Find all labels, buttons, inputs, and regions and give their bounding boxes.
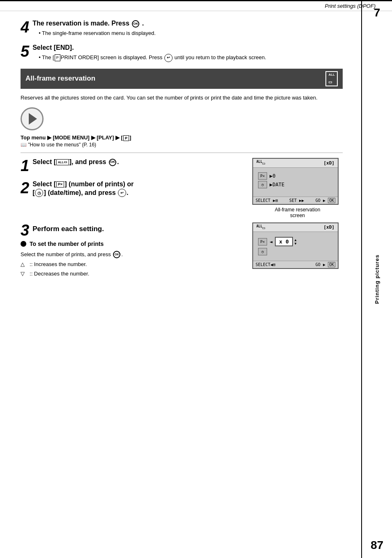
screen2-body: P× ◄ x 0 ▲ ▼ ◷ (253, 232, 338, 261)
screen2-bottom-bar: SELECT◀⊞ GO ▶ OK (253, 261, 338, 268)
step3-desc: Select the number of prints, and press O… (21, 250, 246, 278)
step3-header: 3 Perform each setting. (21, 222, 246, 238)
step3-up-line: △ : : Increases the number. (21, 260, 246, 269)
step4-number: 4 (21, 19, 29, 35)
step4-title: The reservation is made. Press OK . (32, 19, 343, 28)
ok-icon-step3: OK (113, 251, 120, 258)
menu-item2: [PLAY] (97, 134, 114, 141)
screen1-bottom-left: SELECT ▶⊞ (256, 198, 278, 203)
step2-block: 2 Select [P×] (number of prints) or [◷] … (21, 180, 246, 199)
step1-content: Select [ALL▭], and press OK. (32, 158, 246, 168)
screen1-top-bar: ALL▭ [xD] (253, 159, 338, 168)
see-also-text: "How to use the menus" (P. 16) (28, 142, 96, 148)
screen2-selected-val: x 0 (275, 237, 293, 246)
screen1-top-left: ALL▭ (256, 160, 265, 166)
screen1-row1-val: ▶0 (270, 173, 275, 179)
page-number: 87 (371, 535, 383, 558)
arrow3: ▶ (115, 134, 121, 141)
screen1-row1: P× ▶0 (258, 172, 333, 180)
clock-icon-step2: ◷ (35, 189, 43, 197)
screen2-top-left: ALL▭ (256, 225, 265, 231)
screen2-container: ALL▭ [xD] P× ◄ x 0 ▲ ▼ (252, 222, 343, 279)
section-header: All-frame reservation ALL ▭ (21, 69, 343, 89)
step2-content: Select [P×] (number of prints) or [◷] (d… (32, 180, 246, 199)
bullet-circle-icon (21, 241, 26, 247)
arrow2: ▶ (91, 134, 97, 141)
step3-subsection-title: To set the number of prints (21, 241, 246, 247)
screen1-mockup: ALL▭ [xD] P× ▶0 ◷ ▶DATE (252, 158, 339, 205)
print-order-icon: P (55, 54, 60, 61)
screen1-row2: ◷ ▶DATE (258, 181, 333, 188)
print-x-icon: P× (56, 181, 64, 188)
screen2-mockup: ALL▭ [xD] P× ◄ x 0 ▲ ▼ (252, 222, 339, 269)
screen2-row1-icon: P× (258, 238, 267, 245)
screen2-top-bar: ALL▭ [xD] (253, 223, 338, 232)
screen1-top-right: [xD] (324, 160, 335, 166)
screen2-row1: P× ◄ x 0 ▲ ▼ (258, 237, 333, 246)
screen2-row2-icon: ◷ (258, 248, 267, 255)
step3-up-label: △ (21, 260, 30, 269)
screen1-row2-icon: ◷ (258, 181, 267, 188)
step1-number: 1 (21, 158, 29, 174)
screen2-bottom-right: GO ▶ OK (316, 262, 335, 267)
screen1-bottom-right: GO ▶ OK (316, 198, 335, 203)
step3-title: Perform each setting. (32, 222, 104, 233)
main-content: 4 The reservation is made. Press OK . • … (0, 11, 359, 287)
step5-content: Select [END]. • The [PPRINT ORDER] scree… (32, 44, 343, 62)
arrow1: ▶ (47, 134, 53, 141)
back-icon-step2: ↩ (118, 189, 126, 197)
right-sidebar: 7 Printing pictures 87 (361, 0, 392, 558)
screen2-row1-arrow: ◄ (270, 239, 272, 245)
step5-number: 5 (21, 44, 29, 59)
screen2-top-right: [xD] (324, 225, 335, 230)
screen2-bottom-left: SELECT◀⊞ (256, 262, 275, 267)
menu-path: Top menu ▶ [MODE MENU] ▶ [PLAY] ▶ [P] (21, 134, 343, 141)
step3-left: 3 Perform each setting. To set the numbe… (21, 222, 246, 279)
step5-block: 5 Select [END]. • The [PPRINT ORDER] scr… (21, 44, 343, 62)
section-icon: ALL ▭ (325, 71, 338, 86)
step3-down-label: ▽ (21, 270, 30, 278)
ok-icon-step1: OK (109, 159, 116, 166)
step3-block: 3 Perform each setting. To set the numbe… (21, 222, 343, 279)
step4-bullet: • The single-frame reservation menu is d… (39, 30, 343, 37)
steps-1-2-section: 1 Select [ALL▭], and press OK. 2 Select … (21, 158, 343, 218)
menu-item3: [P] (121, 134, 131, 141)
step4-block: 4 The reservation is made. Press OK . • … (21, 19, 343, 37)
see-also: "How to use the menus" (P. 16) (21, 142, 343, 148)
step5-bullet: • The [PPRINT ORDER] screen is displayed… (39, 54, 343, 62)
sidebar-chapter-number: 7 (374, 0, 380, 23)
menu-path-label: Top menu (21, 134, 46, 141)
step4-content: The reservation is made. Press OK . • Th… (32, 19, 343, 37)
print-icon-path: P (123, 135, 129, 141)
step3-subsection: To set the number of prints Select the n… (21, 241, 246, 278)
step1-block: 1 Select [ALL▭], and press OK. (21, 158, 246, 174)
step3-down-line: ▽ : : Decreases the number. (21, 270, 246, 278)
sidebar-chapter-label: Printing pictures (374, 23, 380, 535)
back-icon-step5: ↩ (164, 54, 173, 62)
all-icon-step1: ALL▭ (56, 159, 69, 166)
section-title: All-frame reservation (25, 74, 95, 83)
page-header: Print settings (DPOF) (0, 0, 392, 11)
menu-item1: [MODE MENU] (53, 134, 90, 141)
screen1-bottom-mid: SET ▶▶ (289, 198, 304, 203)
scroll-indicator: ▲ ▼ (295, 238, 297, 245)
screen2-row2: ◷ (258, 248, 333, 255)
screen1-container: ALL▭ [xD] P× ▶0 ◷ ▶DATE (252, 158, 343, 218)
section-description: Reserves all the pictures stored on the … (21, 94, 343, 102)
play-triangle (29, 113, 37, 125)
step5-title: Select [END]. (32, 44, 343, 52)
screen1-row2-val: ▶DATE (270, 182, 284, 188)
screen1-row1-icon: P× (258, 172, 267, 180)
step2-title: Select [P×] (number of prints) or [◷] (d… (32, 180, 246, 197)
screen1-body: P× ▶0 ◷ ▶DATE (253, 168, 338, 197)
play-icon (21, 107, 44, 130)
screen1-caption: All-frame reservation screen (252, 207, 343, 218)
step1-title: Select [ALL▭], and press OK. (32, 158, 246, 167)
divider (21, 153, 343, 153)
steps-1-2-left: 1 Select [ALL▭], and press OK. 2 Select … (21, 158, 246, 218)
step4-ok-icon: OK (132, 20, 139, 28)
step3-number: 3 (21, 222, 29, 238)
screen1-bottom-bar: SELECT ▶⊞ SET ▶▶ GO ▶ OK (253, 197, 338, 204)
step2-number: 2 (21, 180, 29, 196)
step3-desc-line1: Select the number of prints, and press O… (21, 250, 246, 259)
